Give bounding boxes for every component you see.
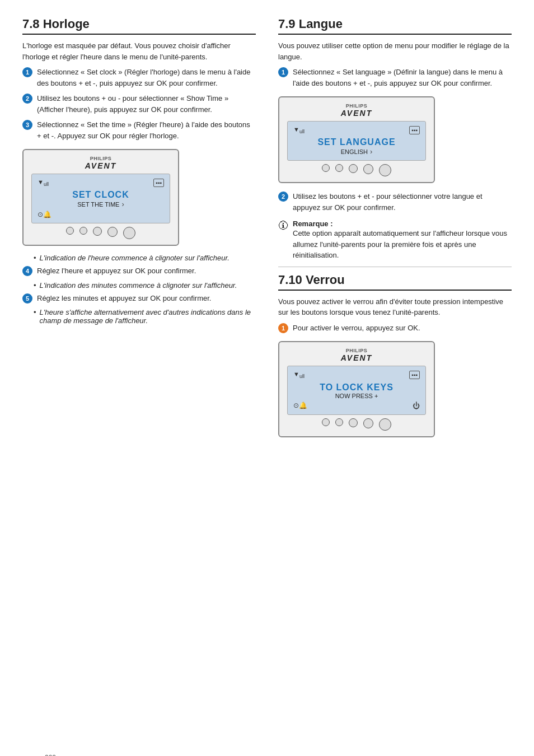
- device-78-screen-top: ▼ull ▪▪▪: [38, 179, 164, 187]
- section-79-title: 7.9 Langue: [278, 17, 512, 35]
- device-78-buttons: [31, 227, 170, 239]
- note-box-79: 🛈 Remarque : Cette option apparaît autom…: [278, 220, 512, 261]
- step-num-710-1: 1: [278, 323, 288, 333]
- device-78-icon-sym: ⊙🔔: [38, 211, 51, 218]
- device-79-screen-main: SET LANGUAGE ENGLISH ›: [293, 137, 420, 156]
- page-number: 200: [45, 754, 56, 756]
- step-78-1: 1 Sélectionnez « Set clock » (Régler l'h…: [22, 67, 256, 88]
- btn-3: [93, 227, 102, 236]
- note-content: Remarque : Cette option apparaît automat…: [293, 220, 512, 261]
- step-78-2-text: Utilisez les boutons + ou - pour sélecti…: [37, 93, 256, 115]
- left-column: 7.8 Horloge L'horloge est masquée par dé…: [22, 17, 256, 445]
- btn-79-3: [349, 164, 358, 173]
- device-79-screen-sub: ENGLISH ›: [293, 147, 420, 156]
- bullet-78-b1: L'indication des minutes commence à clig…: [34, 281, 256, 290]
- device-710-screen-main: TO LOCK KEYS NOW PRESS + ⊙🔔 ⏻: [293, 382, 420, 410]
- btn-2: [79, 227, 87, 235]
- step-num-5: 5: [22, 293, 32, 304]
- device-710-screen: ▼ull ▪▪▪ TO LOCK KEYS NOW PRESS + ⊙🔔 ⏻: [287, 366, 426, 414]
- device-78-battery: ▪▪▪: [153, 179, 164, 187]
- device-710-screen-title: TO LOCK KEYS: [293, 382, 420, 393]
- device-78-brand: PHILIPS: [31, 156, 170, 161]
- device-78-screen-sub: SET THE TIME ›: [38, 200, 164, 208]
- section-710-intro: Vous pouvez activer le verrou afin d'évi…: [278, 296, 512, 318]
- btn-710-1: [322, 418, 330, 426]
- bullet-list-78-a: L'indication de l'heure commence à clign…: [34, 254, 256, 262]
- divider-79-710: [278, 267, 512, 267]
- device-78-icons: ⊙🔔: [38, 211, 164, 218]
- device-710-screen-top: ▼ull ▪▪▪: [293, 371, 420, 379]
- device-mockup-78: PHILIPS AVENT ▼ull ▪▪▪ SET CLOCK SET THE…: [22, 149, 179, 246]
- device-710-power-icon: ⏻: [413, 402, 420, 410]
- device-mockup-79: PHILIPS AVENT ▼ull ▪▪▪ SET LANGUAGE ENGL…: [278, 96, 435, 183]
- section-79-intro: Vous pouvez utiliser cette option de men…: [278, 40, 512, 62]
- step-78-3-text: Sélectionnez « Set the time » (Régler l'…: [37, 119, 256, 141]
- device-78-header: PHILIPS AVENT: [31, 156, 170, 170]
- section-78-intro: L'horloge est masquée par défaut. Vous p…: [22, 40, 256, 62]
- btn-79-5: [379, 164, 391, 176]
- step-78-4: 4 Réglez l'heure et appuyez sur OK pour …: [22, 265, 256, 290]
- bullet-list-78-c: L'heure s'affiche alternativement avec d…: [34, 308, 256, 325]
- note-icon: 🛈: [278, 220, 288, 232]
- step-710-1-text: Pour activer le verrou, appuyez sur OK.: [293, 323, 420, 334]
- device-79-header: PHILIPS AVENT: [287, 103, 426, 118]
- device-710-brand: PHILIPS: [287, 348, 426, 353]
- device-78-logo: AVENT: [31, 161, 170, 170]
- btn-710-5: [379, 418, 391, 431]
- right-column: 7.9 Langue Vous pouvez utiliser cette op…: [278, 17, 512, 445]
- device-79-screen-top: ▼ull ▪▪▪: [293, 126, 420, 134]
- step-num-79-1: 1: [278, 67, 288, 77]
- step-78-5: 5 Réglez les minutes et appuyez sur OK p…: [22, 293, 256, 325]
- device-78-screen-main: SET CLOCK SET THE TIME › ⊙🔔: [38, 189, 164, 218]
- btn-79-4: [363, 164, 373, 174]
- device-710-logo: AVENT: [287, 353, 426, 362]
- steps-78-later: 4 Réglez l'heure et appuyez sur OK pour …: [22, 265, 256, 325]
- device-79-screen: ▼ull ▪▪▪ SET LANGUAGE ENGLISH ›: [287, 121, 426, 161]
- device-79-screen-title: SET LANGUAGE: [293, 137, 420, 147]
- step-num-2: 2: [22, 94, 32, 104]
- device-710-header: PHILIPS AVENT: [287, 348, 426, 362]
- step-num-4: 4: [22, 266, 32, 276]
- step-78-1-text: Sélectionnez « Set clock » (Régler l'hor…: [37, 67, 256, 88]
- section-710-title: 7.10 Verrou: [278, 273, 512, 291]
- step-78-4-text: Réglez l'heure et appuyez sur OK pour co…: [37, 265, 196, 277]
- device-79-logo: AVENT: [287, 109, 426, 118]
- btn-4: [107, 227, 118, 237]
- step-num-1: 1: [22, 67, 32, 77]
- device-78-screen-title: SET CLOCK: [38, 189, 164, 200]
- btn-1: [66, 227, 74, 235]
- step-num-79-2: 2: [278, 192, 288, 202]
- step-710-1: 1 Pour activer le verrou, appuyez sur OK…: [278, 323, 512, 334]
- btn-710-2: [335, 418, 343, 426]
- section-78-title: 7.8 Horloge: [22, 17, 256, 35]
- device-79-battery: ▪▪▪: [409, 126, 420, 134]
- btn-710-4: [363, 418, 373, 428]
- device-79-signal: ▼ull: [293, 126, 305, 134]
- btn-5: [123, 227, 135, 239]
- btn-79-1: [322, 164, 330, 172]
- step-79-1-text: Sélectionnez « Set language » (Définir l…: [293, 67, 512, 88]
- btn-710-3: [349, 418, 358, 427]
- device-78-signal: ▼ull: [38, 179, 49, 187]
- btn-79-2: [335, 164, 343, 172]
- step-79-2: 2 Utilisez les boutons + et - pour sélec…: [278, 191, 512, 213]
- step-78-3: 3 Sélectionnez « Set the time » (Régler …: [22, 119, 256, 141]
- step-79-1: 1 Sélectionnez « Set language » (Définir…: [278, 67, 512, 88]
- device-79-buttons: [287, 164, 426, 176]
- steps-79: 1 Sélectionnez « Set language » (Définir…: [278, 67, 512, 88]
- bullet-78-c1: L'heure s'affiche alternativement avec d…: [34, 308, 256, 325]
- device-710-buttons: [287, 418, 426, 431]
- device-710-battery: ▪▪▪: [409, 371, 420, 379]
- device-78-screen: ▼ull ▪▪▪ SET CLOCK SET THE TIME › ⊙🔔: [31, 174, 170, 223]
- steps-78-initial: 1 Sélectionnez « Set clock » (Régler l'h…: [22, 67, 256, 141]
- device-710-signal: ▼ull: [293, 371, 305, 379]
- step-78-2: 2 Utilisez les boutons + ou - pour sélec…: [22, 93, 256, 115]
- note-text: Cette option apparaît automatiquement su…: [293, 228, 512, 261]
- device-710-bottom-icons: ⊙🔔 ⏻: [293, 402, 420, 410]
- device-710-icon-left: ⊙🔔: [293, 402, 307, 409]
- steps-710: 1 Pour activer le verrou, appuyez sur OK…: [278, 323, 512, 334]
- step-79-2-text: Utilisez les boutons + et - pour sélecti…: [293, 191, 512, 213]
- bullet-78-a1: L'indication de l'heure commence à clign…: [34, 254, 256, 262]
- note-label: Remarque :: [293, 220, 512, 228]
- device-79-brand: PHILIPS: [287, 103, 426, 109]
